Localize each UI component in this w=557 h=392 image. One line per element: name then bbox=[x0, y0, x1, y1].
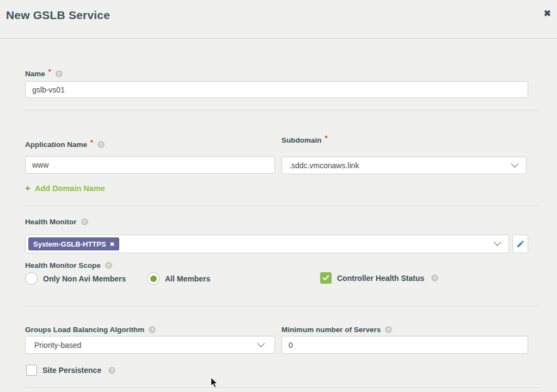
chevron-down-icon bbox=[511, 160, 518, 168]
groups-lb-algorithm-value: Priority-based bbox=[34, 341, 81, 350]
health-monitor-chip: System-GSLB-HTTPS ✖ bbox=[28, 237, 119, 250]
health-monitor-label: Health Monitor ? bbox=[25, 218, 88, 226]
help-icon[interactable]: ? bbox=[81, 218, 88, 225]
min-servers-input[interactable] bbox=[281, 336, 528, 354]
chevron-down-icon bbox=[493, 238, 501, 246]
checkbox-checked-icon bbox=[320, 272, 332, 284]
chevron-down-icon bbox=[257, 339, 265, 347]
plus-icon: + bbox=[25, 183, 30, 193]
help-icon[interactable]: ? bbox=[149, 326, 156, 333]
site-persistence-checkbox[interactable]: Site Persistence ? bbox=[26, 365, 115, 376]
required-asterisk: * bbox=[48, 68, 51, 76]
radio-all-members[interactable]: All Members bbox=[147, 272, 210, 285]
section-divider bbox=[24, 205, 539, 206]
subdomain-label: Subdomain* bbox=[281, 136, 328, 144]
min-servers-label: Minimum number of Servers ? bbox=[281, 326, 392, 334]
help-icon[interactable]: ? bbox=[56, 70, 63, 77]
section-divider bbox=[24, 306, 539, 307]
required-asterisk: * bbox=[90, 138, 93, 146]
groups-lb-algorithm-select[interactable]: Priority-based bbox=[25, 336, 275, 354]
application-name-label: Application Name* ? bbox=[25, 140, 105, 149]
chip-label: System-GSLB-HTTPS bbox=[33, 240, 106, 248]
edit-health-monitor-button[interactable] bbox=[512, 235, 528, 253]
health-monitor-multiselect[interactable]: System-GSLB-HTTPS ✖ bbox=[25, 235, 509, 253]
radio-selected-icon bbox=[147, 272, 160, 285]
subdomain-select[interactable]: .sddc.vmconaws.link bbox=[281, 157, 527, 174]
help-icon[interactable]: ? bbox=[108, 367, 115, 374]
controller-health-status-checkbox[interactable]: Controller Health Status ? bbox=[320, 272, 438, 284]
health-monitor-scope-label: Health Monitor Scope ? bbox=[25, 261, 112, 270]
add-domain-name-label: Add Domain Name bbox=[35, 184, 105, 193]
required-asterisk: * bbox=[325, 134, 328, 142]
pencil-icon bbox=[516, 240, 525, 248]
radio-only-non-avi-members[interactable]: Only Non Avi Members bbox=[25, 272, 126, 285]
chip-remove-icon[interactable]: ✖ bbox=[110, 241, 114, 247]
help-icon[interactable]: ? bbox=[431, 274, 438, 281]
help-icon[interactable]: ? bbox=[105, 262, 112, 269]
add-domain-name-button[interactable]: + Add Domain Name bbox=[25, 183, 105, 193]
close-icon[interactable]: ✖ bbox=[544, 9, 551, 18]
help-icon[interactable]: ? bbox=[385, 326, 392, 333]
name-label: Name* ? bbox=[25, 70, 63, 78]
radio-icon bbox=[25, 272, 38, 285]
application-name-input[interactable] bbox=[25, 156, 275, 174]
header-divider bbox=[0, 38, 557, 39]
bottom-divider bbox=[24, 387, 539, 388]
subdomain-value: .sddc.vmconaws.link bbox=[289, 161, 359, 170]
help-icon[interactable]: ? bbox=[97, 141, 105, 148]
page-title: New GSLB Service bbox=[6, 9, 110, 22]
section-divider bbox=[24, 110, 539, 111]
checkbox-unchecked-icon bbox=[26, 365, 37, 376]
new-gslb-service-dialog: New GSLB Service ✖ Name* ? Application N… bbox=[0, 0, 557, 392]
name-input[interactable] bbox=[25, 81, 528, 98]
groups-lb-algorithm-label: Groups Load Balancing Algorithm ? bbox=[25, 326, 156, 334]
